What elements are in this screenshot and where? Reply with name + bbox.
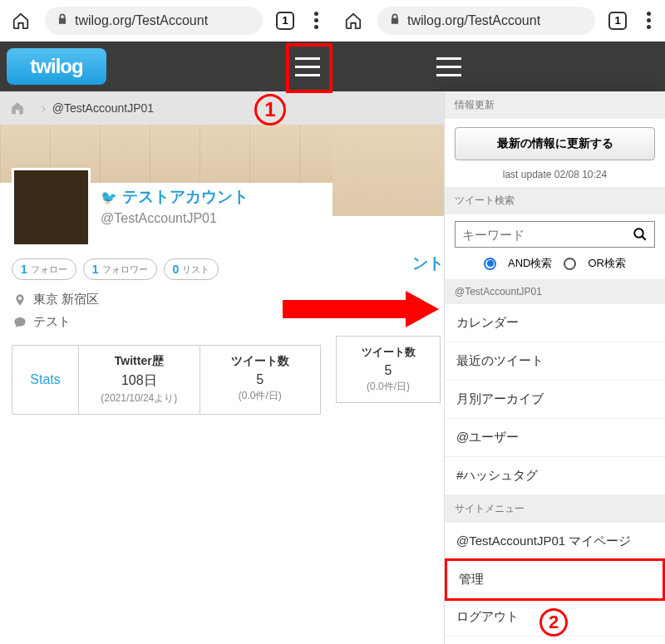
browser-menu-icon[interactable] bbox=[640, 12, 657, 29]
profile-display-name[interactable]: 🐦 テストアカウント bbox=[101, 186, 249, 208]
breadcrumb-handle: @TestAccountJP01 bbox=[52, 101, 154, 115]
search-input[interactable] bbox=[462, 228, 633, 242]
avatar[interactable] bbox=[12, 168, 91, 247]
url-bar[interactable]: twilog.org/TestAccount bbox=[377, 7, 595, 35]
section-header-site: サイトメニュー bbox=[445, 495, 665, 523]
twitter-bird-icon: 🐦 bbox=[101, 189, 117, 205]
follower-pill[interactable]: 1フォロワー bbox=[83, 258, 157, 280]
section-header-search: ツイート検索 bbox=[445, 187, 665, 214]
background-page-peek: ント ツイート数 5 (0.0件/日) bbox=[332, 91, 445, 644]
browser-home-icon[interactable] bbox=[344, 12, 362, 30]
breadcrumb-home-icon[interactable] bbox=[10, 101, 25, 116]
stats-table: Stats Twitter歴 108日 (2021/10/24より) ツイート数… bbox=[12, 345, 321, 415]
slide-menu-panel: 情報更新 最新の情報に更新する last update 02/08 10:24 … bbox=[445, 91, 665, 644]
annotation-step-2: 2 bbox=[539, 608, 568, 637]
lock-icon bbox=[389, 13, 401, 28]
browser-home-icon[interactable] bbox=[12, 12, 30, 30]
last-update-text: last update 02/08 10:24 bbox=[445, 169, 665, 180]
profile-handle: @TestAccountJP01 bbox=[101, 211, 249, 226]
hamburger-menu-button[interactable] bbox=[289, 46, 326, 87]
location-line: 東京 新宿区 bbox=[0, 288, 332, 311]
tab-count[interactable]: 1 bbox=[608, 12, 627, 30]
twitter-history-cell: Twitter歴 108日 (2021/10/24より) bbox=[79, 346, 200, 414]
tweet-count-cell: ツイート数 5 (0.0件/日) bbox=[200, 346, 321, 414]
left-screenshot: 1 twilog.org/TestAccount 1 twilog › @Tes… bbox=[0, 0, 332, 644]
url-text: twilog.org/TestAccount bbox=[75, 13, 208, 28]
menu-item-recent[interactable]: 最近のツイート bbox=[445, 342, 665, 381]
location-pin-icon bbox=[13, 293, 27, 307]
or-radio[interactable] bbox=[564, 258, 576, 270]
right-screenshot: 2 twilog.org/TestAccount 1 ント ツイート数 5 (0… bbox=[332, 0, 665, 644]
svg-point-0 bbox=[634, 229, 643, 238]
annotation-step-1: 1 bbox=[254, 94, 286, 125]
refresh-button[interactable]: 最新の情報に更新する bbox=[455, 127, 655, 160]
browser-menu-icon[interactable] bbox=[308, 12, 324, 29]
browser-toolbar: twilog.org/TestAccount 1 bbox=[332, 0, 665, 42]
menu-item-calendar[interactable]: カレンダー bbox=[445, 304, 665, 342]
section-header-user: @TestAccountJP01 bbox=[445, 279, 665, 304]
browser-toolbar: twilog.org/TestAccount 1 bbox=[0, 0, 332, 42]
menu-item-mypage[interactable]: @TestAccountJP01 マイページ bbox=[445, 523, 665, 561]
url-bar[interactable]: twilog.org/TestAccount bbox=[45, 7, 263, 35]
lock-icon bbox=[57, 13, 68, 28]
hamburger-menu-button[interactable] bbox=[431, 46, 467, 87]
app-header: twilog bbox=[0, 42, 332, 91]
menu-item-atuser[interactable]: @ユーザー bbox=[445, 419, 665, 457]
url-text: twilog.org/TestAccount bbox=[407, 13, 540, 28]
speech-bubble-icon bbox=[13, 316, 27, 329]
menu-item-manage[interactable]: 管理 bbox=[445, 558, 665, 601]
menu-item-monthly[interactable]: 月別アーカイブ bbox=[445, 381, 665, 419]
app-header bbox=[332, 42, 665, 91]
search-box[interactable] bbox=[455, 221, 655, 248]
breadcrumb-separator: › bbox=[42, 101, 46, 115]
search-icon[interactable] bbox=[633, 227, 648, 242]
svg-line-1 bbox=[642, 236, 646, 240]
twilog-logo[interactable]: twilog bbox=[7, 48, 106, 85]
follow-pill[interactable]: 1フォロー bbox=[12, 258, 76, 280]
section-header-update: 情報更新 bbox=[445, 91, 665, 119]
bio-line: テスト bbox=[0, 311, 332, 333]
list-pill[interactable]: 0リスト bbox=[164, 258, 219, 280]
search-mode-radios: AND検索 OR検索 bbox=[445, 256, 665, 271]
tab-count[interactable]: 1 bbox=[276, 12, 294, 30]
profile-section: 🐦 テストアカウント @TestAccountJP01 bbox=[0, 168, 332, 247]
stats-link[interactable]: Stats bbox=[16, 354, 75, 406]
and-radio[interactable] bbox=[484, 258, 496, 270]
menu-item-hashtag[interactable]: #ハッシュタグ bbox=[445, 457, 665, 495]
